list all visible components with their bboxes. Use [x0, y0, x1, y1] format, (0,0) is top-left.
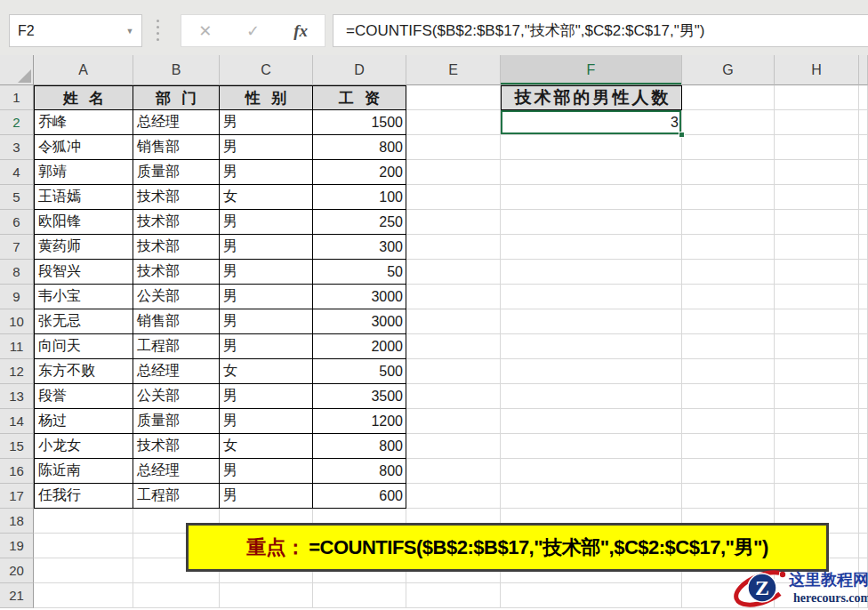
cell-A12[interactable]: 东方不败: [34, 359, 133, 384]
cell-A6[interactable]: 欧阳锋: [34, 210, 133, 235]
row-header-19[interactable]: 19: [0, 534, 34, 558]
cell-B6[interactable]: 技术部: [133, 210, 220, 235]
cell-E16[interactable]: [406, 459, 501, 484]
row-header-1[interactable]: 1: [0, 85, 34, 110]
cell-C4[interactable]: 男: [220, 160, 313, 185]
cell-F1[interactable]: 技术部的男性人数: [501, 85, 682, 110]
row-header-15[interactable]: 15: [0, 434, 34, 459]
cell-D2[interactable]: 1500: [313, 110, 406, 135]
cell-G6[interactable]: [682, 210, 775, 235]
cell-B3[interactable]: 销售部: [133, 135, 220, 160]
cell-D4[interactable]: 200: [313, 160, 406, 185]
row-header-9[interactable]: 9: [0, 285, 34, 309]
row-header-5[interactable]: 5: [0, 185, 34, 210]
formula-bar[interactable]: =COUNTIFS($B$2:$B$17,"技术部",$C$2:$C$17,"男…: [333, 14, 868, 47]
cell-A5[interactable]: 王语嫣: [34, 185, 133, 210]
cancel-icon[interactable]: ✕: [190, 21, 221, 41]
cell-A18[interactable]: [34, 509, 133, 534]
column-header-C[interactable]: C: [220, 55, 313, 85]
cell-G4[interactable]: [682, 160, 775, 185]
row-header-7[interactable]: 7: [0, 235, 34, 260]
column-header-E[interactable]: E: [406, 55, 501, 85]
row-header-16[interactable]: 16: [0, 459, 34, 484]
cell-A9[interactable]: 韦小宝: [34, 285, 133, 309]
row-header-3[interactable]: 3: [0, 135, 34, 160]
column-header-D[interactable]: D: [313, 55, 406, 85]
cell-A2[interactable]: 乔峰: [34, 110, 133, 135]
cell-D9[interactable]: 3000: [313, 285, 406, 309]
cell-E12[interactable]: [406, 359, 501, 384]
cell-H11[interactable]: [775, 334, 859, 359]
cell-E10[interactable]: [406, 309, 501, 334]
cell-B9[interactable]: 公关部: [133, 285, 220, 309]
row-header-4[interactable]: 4: [0, 160, 34, 185]
key-point-banner[interactable]: 重点： =COUNTIFS($B$2:$B$17,"技术部",$C$2:$C$1…: [186, 523, 829, 572]
cell-C10[interactable]: 男: [220, 309, 313, 334]
cell-D3[interactable]: 800: [313, 135, 406, 160]
cell-E14[interactable]: [406, 409, 501, 434]
cell-A3[interactable]: 令狐冲: [34, 135, 133, 160]
row-header-12[interactable]: 12: [0, 359, 34, 384]
cell-E6[interactable]: [406, 210, 501, 235]
cell-B21[interactable]: [133, 583, 220, 608]
cell-E9[interactable]: [406, 285, 501, 309]
cell-F11[interactable]: [501, 334, 682, 359]
cell-H10[interactable]: [775, 309, 859, 334]
cell-A7[interactable]: 黄药师: [34, 235, 133, 260]
cell-F5[interactable]: [501, 185, 682, 210]
cell-D11[interactable]: 2000: [313, 334, 406, 359]
cell-G8[interactable]: [682, 260, 775, 285]
cell-F14[interactable]: [501, 409, 682, 434]
column-header-B[interactable]: B: [133, 55, 220, 85]
cell-B15[interactable]: 技术部: [133, 434, 220, 459]
cell-B2[interactable]: 总经理: [133, 110, 220, 135]
cell-E15[interactable]: [406, 434, 501, 459]
cell-A10[interactable]: 张无忌: [34, 309, 133, 334]
cell-F17[interactable]: [501, 484, 682, 509]
row-header-18[interactable]: 18: [0, 509, 34, 534]
cell-C12[interactable]: 女: [220, 359, 313, 384]
cell-H16[interactable]: [775, 459, 859, 484]
cell-H2[interactable]: [775, 110, 859, 135]
cell-B8[interactable]: 技术部: [133, 260, 220, 285]
cell-D5[interactable]: 100: [313, 185, 406, 210]
cell-G5[interactable]: [682, 185, 775, 210]
row-header-8[interactable]: 8: [0, 260, 34, 285]
cell-B14[interactable]: 质量部: [133, 409, 220, 434]
cell-H4[interactable]: [775, 160, 859, 185]
cell-E2[interactable]: [406, 110, 501, 135]
cell-G12[interactable]: [682, 359, 775, 384]
cell-A8[interactable]: 段智兴: [34, 260, 133, 285]
cell-H15[interactable]: [775, 434, 859, 459]
cell-B4[interactable]: 质量部: [133, 160, 220, 185]
cell-D8[interactable]: 50: [313, 260, 406, 285]
cell-F15[interactable]: [501, 434, 682, 459]
cell-G3[interactable]: [682, 135, 775, 160]
cell-G7[interactable]: [682, 235, 775, 260]
cell-A15[interactable]: 小龙女: [34, 434, 133, 459]
column-header-A[interactable]: A: [34, 55, 133, 85]
cell-F10[interactable]: [501, 309, 682, 334]
cell-C7[interactable]: 男: [220, 235, 313, 260]
cell-H3[interactable]: [775, 135, 859, 160]
cell-A21[interactable]: [34, 583, 133, 608]
cell-C11[interactable]: 男: [220, 334, 313, 359]
cell-B5[interactable]: 技术部: [133, 185, 220, 210]
cell-G10[interactable]: [682, 309, 775, 334]
enter-icon[interactable]: ✓: [237, 21, 268, 41]
cell-A1[interactable]: 姓名: [34, 85, 133, 110]
cell-A20[interactable]: [34, 558, 133, 583]
cell-F12[interactable]: [501, 359, 682, 384]
cell-G9[interactable]: [682, 285, 775, 309]
cell-G14[interactable]: [682, 409, 775, 434]
cell-E3[interactable]: [406, 135, 501, 160]
cell-H9[interactable]: [775, 285, 859, 309]
cell-D21[interactable]: [313, 583, 406, 608]
name-box[interactable]: F2 ▼: [9, 14, 142, 47]
cell-B13[interactable]: 公关部: [133, 384, 220, 409]
cell-C5[interactable]: 女: [220, 185, 313, 210]
cell-F6[interactable]: [501, 210, 682, 235]
cell-C15[interactable]: 女: [220, 434, 313, 459]
cell-E17[interactable]: [406, 484, 501, 509]
cell-H12[interactable]: [775, 359, 859, 384]
